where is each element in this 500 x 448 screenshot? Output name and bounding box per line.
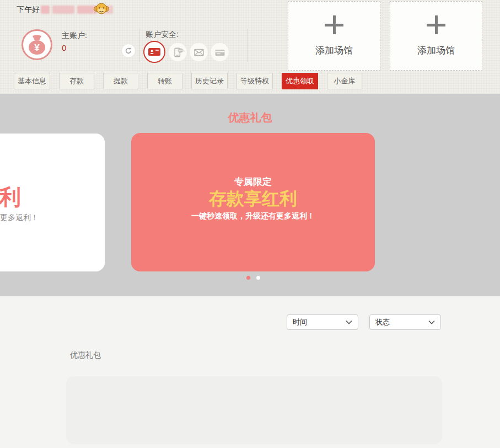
monkey-emoji-icon [94,1,109,17]
slide-headline: 存款享红利 [131,187,375,211]
tab-promotions[interactable]: 优惠领取 [282,73,318,89]
redacted-block [41,6,50,14]
refresh-balance-button[interactable] [121,44,136,58]
main-account-label: 主账户: [62,31,87,41]
add-venue-button-1[interactable]: 添加场馆 [288,1,380,71]
promo-section-label: 优惠礼包 [70,350,101,360]
account-tab-bar: 基本信息 存款 提款 转账 历史记录 等级特权 优惠领取 小金库 [14,73,362,89]
slide-subline-fragment: 有更多返利！ [0,213,39,223]
add-venue-button-2[interactable]: 添加场馆 [390,1,482,71]
carousel-dots [131,276,375,280]
promo-banner-section: 优惠礼包 利 有更多返利！ 专属限定 存款享红利 一键秒速领取，升级还有更多返利… [0,94,500,296]
carousel-slide-previous[interactable]: 利 有更多返利！ [0,134,105,271]
chevron-down-icon [428,320,435,324]
slide-tagline: 专属限定 [131,175,375,188]
sms-phone-security-icon[interactable]: SMS [169,43,187,61]
slide-subline: 一键秒速领取，升级还有更多返利！ [131,211,375,221]
time-filter-value: 时间 [293,317,307,327]
status-filter-select[interactable]: 状态 [369,314,441,330]
main-account-balance: 0 [62,43,66,52]
redacted-block [52,6,74,14]
greeting-text: 下午好 [17,5,40,15]
plus-icon [427,15,445,34]
mail-security-icon[interactable] [190,43,208,61]
wallet-icon: ¥ [21,29,53,61]
svg-text:SMS: SMS [178,49,183,52]
plus-icon [325,15,343,34]
carousel-dot-2[interactable] [256,276,260,280]
svg-text:¥: ¥ [34,42,40,53]
carousel-slide-current[interactable]: 专属限定 存款享红利 一键秒速领取，升级还有更多返利！ [131,133,375,271]
status-filter-value: 状态 [375,317,390,327]
header-divider [247,29,248,62]
tab-vip-privileges[interactable]: 等级特权 [236,73,273,89]
promo-list-panel: 限时首存送58元 最低存款金额: 100 ¥ 提款要求: (本金+红利)*1倍有… [66,376,442,444]
time-filter-select[interactable]: 时间 [287,314,358,330]
account-security-label: 账户安全: [146,30,179,40]
banner-title: 优惠礼包 [0,110,500,125]
tab-vault[interactable]: 小金库 [327,73,362,89]
promo-list-section: 时间 状态 优惠礼包 限时首存送58元 最低存款金额: 100 ¥ 提款要求: … [0,296,500,448]
tab-history[interactable]: 历史记录 [191,73,228,89]
account-page: 下午好 ¥ [0,0,500,448]
tab-transfer[interactable]: 转账 [147,73,182,89]
carousel-dot-1[interactable] [246,276,250,280]
add-venue-label: 添加场馆 [417,44,455,57]
header-divider [139,29,140,62]
tab-withdraw[interactable]: 提款 [103,73,138,89]
tab-basic-info[interactable]: 基本信息 [14,73,50,89]
bank-card-security-icon[interactable] [211,43,229,61]
id-card-security-icon[interactable] [143,41,165,63]
add-venue-label: 添加场馆 [315,44,353,57]
slide-headline-fragment: 利 [0,182,21,212]
chevron-down-icon [346,320,352,324]
account-header: 下午好 ¥ [0,0,500,94]
tab-deposit[interactable]: 存款 [59,73,94,89]
